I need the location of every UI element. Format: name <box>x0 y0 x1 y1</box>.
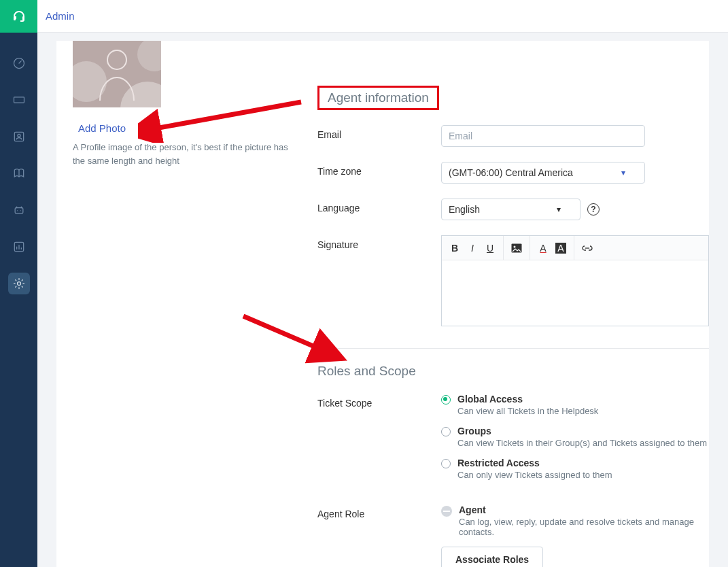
add-photo-link[interactable]: Add Photo <box>78 122 126 134</box>
ticket-scope-row: Ticket Scope Global Access Can view all … <box>317 394 709 489</box>
option-title: Global Access <box>457 394 598 405</box>
bg-color-button[interactable]: A <box>552 239 570 257</box>
timezone-select[interactable]: (GMT-06:00) Central America ▾ <box>441 162 645 184</box>
agent-role-label: Agent Role <box>317 504 441 519</box>
option-desc: Can only view Tickets assigned to them <box>457 470 612 480</box>
nav-tickets[interactable] <box>8 89 30 111</box>
agent-role-title: Agent <box>459 504 709 515</box>
radio-groups[interactable] <box>441 427 451 436</box>
gauge-icon <box>12 56 26 70</box>
sidebar <box>0 0 37 567</box>
card: Add Photo A Profile image of the person,… <box>56 41 709 567</box>
remove-role-button[interactable] <box>441 506 452 517</box>
main: Add Photo A Profile image of the person,… <box>37 33 728 567</box>
nav-dashboard[interactable] <box>8 52 30 74</box>
svg-point-9 <box>107 50 126 69</box>
ticket-icon <box>12 93 26 107</box>
timezone-row: Time zone (GMT-06:00) Central America ▾ <box>317 162 709 184</box>
image-icon <box>511 243 522 253</box>
agent-role-desc: Can log, view, reply, update and resolve… <box>459 517 709 537</box>
option-title: Restricted Access <box>457 458 612 468</box>
timezone-value: (GMT-06:00) Central America <box>449 167 573 178</box>
help-icon[interactable]: ? <box>587 203 600 216</box>
email-row: Email <box>317 125 709 147</box>
robot-icon <box>12 203 26 217</box>
italic-button[interactable]: I <box>464 239 481 257</box>
insert-link-button[interactable] <box>578 239 596 257</box>
headset-icon <box>11 8 27 24</box>
signature-label: Signature <box>317 235 441 250</box>
svg-point-5 <box>17 134 20 137</box>
signature-row: Signature B I U <box>317 235 709 326</box>
section-divider <box>317 348 709 349</box>
breadcrumb[interactable]: Admin <box>46 10 75 22</box>
gear-icon <box>12 277 26 290</box>
nav-reports[interactable] <box>8 236 30 258</box>
svg-rect-1 <box>22 16 24 20</box>
bold-button[interactable]: B <box>446 239 464 257</box>
language-label: Language <box>317 199 441 213</box>
nav-forums[interactable] <box>8 199 30 221</box>
insert-image-button[interactable] <box>508 239 525 257</box>
agent-info-section-title: Agent information <box>317 86 439 110</box>
option-title: Groups <box>457 426 707 436</box>
chevron-down-icon: ▾ <box>557 205 561 214</box>
book-icon <box>12 167 26 180</box>
svg-rect-0 <box>14 16 16 20</box>
ticket-scope-label: Ticket Scope <box>317 394 441 409</box>
link-icon <box>582 245 593 252</box>
email-label: Email <box>317 125 441 140</box>
placeholder-user-icon <box>96 46 138 104</box>
svg-rect-3 <box>14 97 24 103</box>
chevron-down-icon: ▾ <box>621 168 625 177</box>
agent-role-row: Agent Role Agent Can log, view, reply, u… <box>317 504 709 567</box>
language-select[interactable]: English ▾ <box>441 199 580 220</box>
bar-chart-icon <box>12 240 26 254</box>
nav-contacts[interactable] <box>8 126 30 148</box>
signature-body[interactable] <box>442 260 708 326</box>
decorative-bokeh <box>137 41 161 71</box>
language-value: English <box>449 204 480 215</box>
text-color-button[interactable]: A <box>534 239 552 257</box>
roles-section-title: Roles and Scope <box>317 364 709 379</box>
nav-icons <box>8 45 30 302</box>
profile-column: Add Photo A Profile image of the person,… <box>73 41 290 167</box>
header: Admin <box>37 0 728 33</box>
underline-button[interactable]: U <box>481 239 499 257</box>
language-row: Language English ▾ ? <box>317 199 709 220</box>
option-desc: Can view Tickets in their Group(s) and T… <box>457 438 707 448</box>
photo-hint-text: A Profile image of the person, it's best… <box>73 141 290 167</box>
profile-photo-placeholder[interactable] <box>73 41 161 107</box>
svg-point-8 <box>17 282 20 286</box>
brand-logo[interactable] <box>0 0 37 33</box>
svg-rect-6 <box>15 208 23 213</box>
associate-roles-button[interactable]: Associate Roles <box>441 547 543 567</box>
editor-toolbar: B I U <box>442 236 708 260</box>
radio-restricted-access[interactable] <box>441 459 451 468</box>
user-card-icon <box>12 130 26 143</box>
nav-admin[interactable] <box>8 273 30 294</box>
timezone-label: Time zone <box>317 162 441 177</box>
email-field[interactable] <box>441 125 645 147</box>
form-column: Agent information Email Time zone (GMT-0… <box>317 41 709 567</box>
option-desc: Can view all Tickets in the Helpdesk <box>457 406 598 416</box>
ticket-scope-options: Global Access Can view all Tickets in th… <box>441 394 709 489</box>
signature-editor: B I U <box>441 235 709 326</box>
svg-point-11 <box>514 245 516 247</box>
nav-solutions[interactable] <box>8 162 30 184</box>
radio-global-access[interactable] <box>441 395 451 405</box>
